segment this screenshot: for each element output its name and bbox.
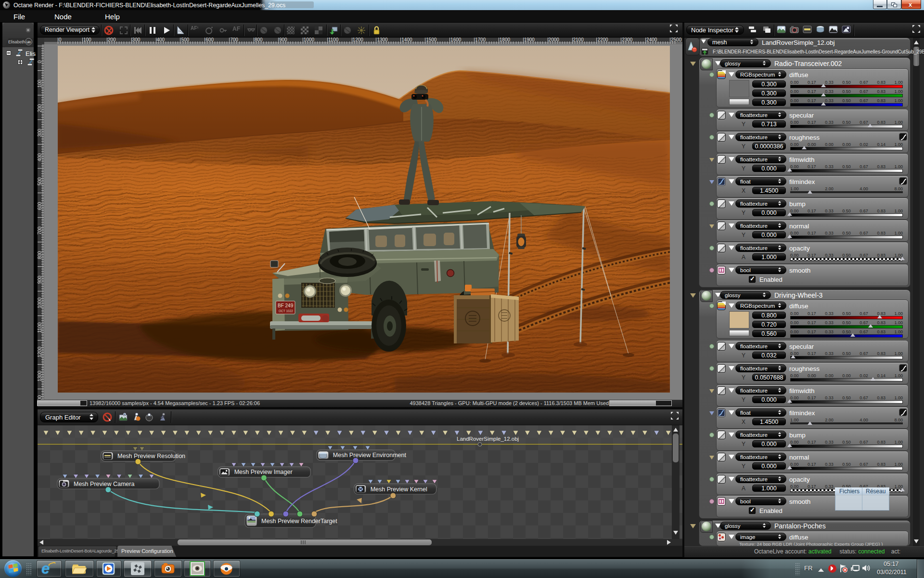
- svg-text:Mesh Preview RenderTarget: Mesh Preview RenderTarget: [261, 518, 337, 525]
- svg-text:Mesh Preview Resolution: Mesh Preview Resolution: [117, 453, 185, 460]
- svg-text:LandRoverSimple_12.obj: LandRoverSimple_12.obj: [457, 436, 519, 442]
- svg-text:Mesh Preview Environment: Mesh Preview Environment: [333, 452, 407, 459]
- svg-text:OCT 1022: OCT 1022: [279, 309, 293, 313]
- svg-text:Mesh Preview Imager: Mesh Preview Imager: [234, 469, 293, 475]
- svg-text:Mesh Preview Camera: Mesh Preview Camera: [74, 481, 134, 487]
- svg-text:BF 249: BF 249: [278, 303, 294, 308]
- svg-text:Mesh Preview Kernel: Mesh Preview Kernel: [371, 486, 427, 493]
